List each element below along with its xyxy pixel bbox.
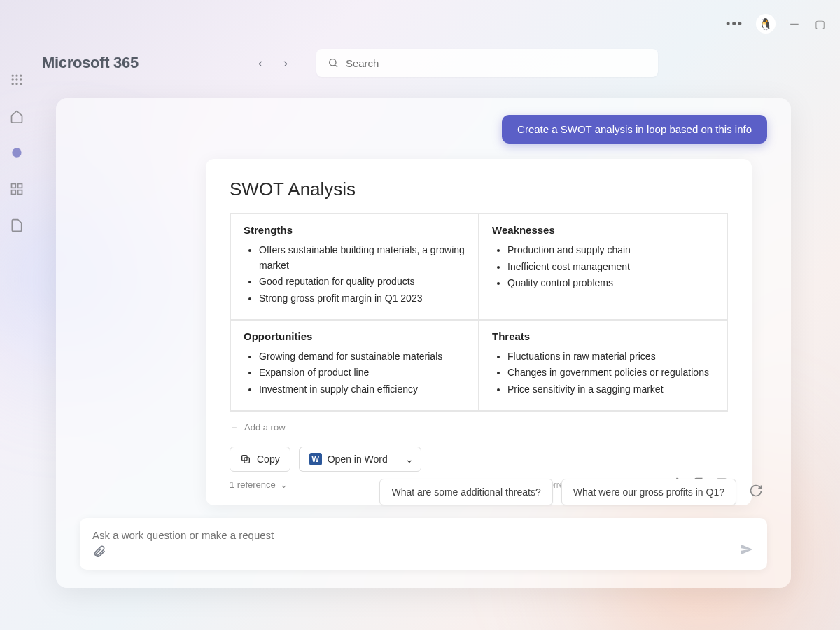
rail-copilot-icon[interactable] (7, 143, 27, 162)
svg-point-2 (20, 75, 22, 77)
ai-response-card: SWOT Analysis Strengths Offers sustainab… (206, 159, 752, 505)
swot-heading: Threats (492, 330, 714, 342)
rail-apps-icon[interactable] (7, 179, 27, 199)
card-title: SWOT Analysis (230, 178, 728, 200)
list-item: Strong gross profit margin in Q1 2023 (259, 291, 465, 307)
svg-point-6 (12, 83, 14, 85)
list-item: Investment in supply chain efficiency (259, 382, 465, 398)
send-button[interactable] (739, 542, 755, 560)
nav-forward-button[interactable]: › (276, 53, 295, 73)
svg-rect-10 (12, 184, 16, 188)
svg-rect-12 (12, 190, 16, 195)
swot-heading: Strengths (244, 224, 465, 236)
svg-point-7 (15, 83, 18, 85)
search-box[interactable] (316, 49, 658, 77)
app-launcher-icon[interactable] (7, 70, 27, 90)
list-item: Quality control problems (507, 276, 714, 291)
top-bar: Microsoft 365 ‹ › (42, 49, 658, 77)
swot-opportunities-cell: Opportunities Growing demand for sustain… (230, 320, 479, 411)
svg-point-9 (12, 148, 21, 157)
swot-strengths-cell: Strengths Offers sustainable building ma… (230, 214, 479, 320)
list-item: Inefficient cost management (507, 260, 714, 275)
copy-icon (240, 454, 251, 465)
list-item: Changes in government policies or regula… (507, 365, 714, 381)
refresh-icon (749, 484, 763, 498)
list-item: Offers sustainable building materials, a… (259, 243, 465, 273)
card-actions: Copy W Open in Word ⌄ (230, 447, 728, 472)
list-item: Production and supply chain (507, 243, 714, 258)
svg-point-14 (330, 59, 336, 66)
search-icon (328, 57, 339, 69)
open-word-dropdown-button[interactable]: ⌄ (398, 447, 421, 472)
swot-table: Strengths Offers sustainable building ma… (230, 213, 728, 412)
more-options-icon[interactable]: ••• (726, 17, 743, 31)
avatar[interactable]: 🐧 (756, 14, 776, 34)
copy-label: Copy (257, 454, 280, 465)
compose-input[interactable] (92, 529, 755, 541)
compose-box[interactable] (80, 518, 767, 570)
suggestion-chip[interactable]: What are some additional threats? (379, 479, 552, 505)
window-maximize-icon[interactable]: ▢ (813, 18, 826, 30)
svg-rect-11 (18, 184, 22, 188)
chevron-down-icon: ⌄ (405, 454, 414, 465)
swot-weaknesses-cell: Weaknesses Production and supply chain I… (479, 214, 727, 320)
word-icon: W (309, 453, 322, 465)
user-message-bubble: Create a SWOT analysis in loop based on … (502, 115, 767, 144)
add-row-button[interactable]: ＋ Add a row (230, 421, 728, 434)
svg-point-1 (15, 75, 18, 77)
list-item: Price sensitivity in a sagging market (507, 382, 714, 398)
chat-panel: Create a SWOT analysis in loop based on … (56, 98, 791, 588)
list-item: Growing demand for sustainable materials (259, 349, 465, 365)
swot-threats-cell: Threats Fluctuations in raw material pri… (479, 320, 727, 411)
list-item: Good reputation for quality products (259, 274, 465, 290)
svg-point-3 (12, 78, 14, 80)
swot-heading: Opportunities (244, 330, 465, 342)
list-item: Fluctuations in raw material prices (507, 349, 714, 365)
nav-arrows: ‹ › (251, 53, 295, 73)
svg-line-15 (335, 65, 337, 67)
chevron-down-icon: ⌄ (280, 479, 288, 490)
window-chrome: ••• 🐧 ─ ▢ (726, 14, 826, 34)
references-label: 1 reference (230, 479, 276, 490)
add-row-label: Add a row (244, 422, 286, 433)
search-input[interactable] (346, 57, 647, 69)
suggestion-row: What are some additional threats? What w… (379, 479, 767, 505)
list-item: Expansion of product line (259, 365, 465, 381)
suggestion-chip[interactable]: What were our gross profits in Q1? (561, 479, 736, 505)
send-icon (739, 542, 755, 557)
open-in-word-button[interactable]: W Open in Word ⌄ (299, 447, 421, 472)
paperclip-icon (92, 545, 106, 559)
svg-point-8 (20, 83, 22, 85)
left-rail (0, 70, 34, 235)
svg-point-5 (20, 78, 22, 80)
brand-title: Microsoft 365 (42, 54, 139, 72)
references-toggle[interactable]: 1 reference ⌄ (230, 479, 288, 490)
rail-home-icon[interactable] (7, 106, 27, 126)
open-word-main[interactable]: W Open in Word (299, 447, 398, 472)
svg-point-4 (15, 78, 18, 80)
svg-rect-13 (18, 190, 22, 195)
refresh-suggestions-button[interactable] (745, 479, 767, 505)
window-minimize-icon[interactable]: ─ (788, 18, 801, 30)
open-word-label: Open in Word (328, 454, 388, 465)
copy-button[interactable]: Copy (230, 447, 290, 472)
plus-icon: ＋ (230, 421, 239, 434)
attach-button[interactable] (92, 545, 106, 561)
svg-point-0 (12, 75, 14, 77)
swot-heading: Weaknesses (492, 224, 714, 236)
rail-files-icon[interactable] (7, 216, 27, 235)
nav-back-button[interactable]: ‹ (251, 53, 270, 73)
